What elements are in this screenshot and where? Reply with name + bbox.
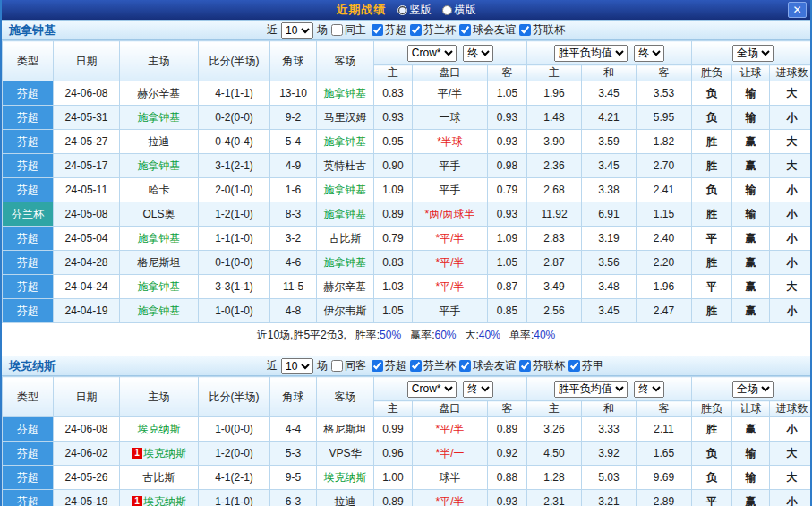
league-filter[interactable]: 芬超 <box>372 22 406 38</box>
result-cell: 胜 <box>692 299 732 323</box>
league-checkbox[interactable] <box>459 360 471 372</box>
league-checkbox[interactable] <box>519 24 531 36</box>
avg-away-cell: 2.41 <box>637 178 692 202</box>
league-checkbox[interactable] <box>568 360 580 372</box>
avg-away-cell: 9.69 <box>637 466 692 490</box>
league-filter[interactable]: 芬联杯 <box>519 358 565 373</box>
goals-result-cell: 小 <box>770 251 812 275</box>
away-odds-cell: 1.09 <box>488 227 527 251</box>
league-checkbox[interactable] <box>372 24 383 36</box>
handicap-cell: 球半 <box>413 466 488 490</box>
handicap-cell: *平/半 <box>413 417 488 442</box>
avg-select[interactable]: 胜平负均值 <box>554 45 628 62</box>
team-label: 马里汉姆 <box>324 111 367 124</box>
col-home: 主场 <box>120 41 199 81</box>
avg-select[interactable]: 胜平负均值 <box>554 381 628 398</box>
handicap-result-cell: 输 <box>732 466 770 490</box>
league-checkbox[interactable] <box>459 24 471 36</box>
goals-result-cell: 小 <box>770 299 812 323</box>
avg-home-cell: 2.56 <box>527 299 582 323</box>
avg-away-cell: 3.53 <box>637 81 692 106</box>
near-count-select[interactable]: 10 <box>281 22 313 39</box>
league-cell: 芬超 <box>3 251 54 275</box>
away-team-cell: 马里汉姆 <box>317 106 374 130</box>
away-team-cell: 格尼斯坦 <box>317 417 374 442</box>
same-venue-filter[interactable]: 同主 <box>331 22 366 38</box>
layout-option-horizontal[interactable]: 横版 <box>442 3 476 18</box>
goals-result-cell: 大 <box>770 81 812 106</box>
league-checkbox[interactable] <box>410 360 422 372</box>
col-avg-draw: 和 <box>582 401 637 417</box>
home-odds-cell: 0.83 <box>374 81 413 106</box>
league-filter[interactable]: 芬兰杯 <box>410 358 456 373</box>
league-checkbox[interactable] <box>519 360 531 372</box>
date-cell: 24-05-08 <box>54 202 120 227</box>
section-header: 施拿钟基 近 10 场 同主 芬超芬兰杯球会友谊芬联杯 <box>2 20 810 40</box>
league-cell: 芬超 <box>3 81 54 106</box>
league-filter[interactable]: 芬兰杯 <box>410 22 456 38</box>
league-filter[interactable]: 芬联杯 <box>519 22 565 38</box>
handicap-cell: 一球 <box>413 106 488 130</box>
col-avg-away: 客 <box>637 401 692 417</box>
col-away: 客场 <box>317 41 374 81</box>
col-winloss: 胜负 <box>692 65 732 81</box>
vertical-radio[interactable] <box>397 5 407 15</box>
score-cell: 1-1(1-0) <box>199 490 270 506</box>
fulltime-select[interactable]: 全场 <box>732 45 774 62</box>
away-odds-cell: 0.98 <box>488 154 527 178</box>
league-filters: 芬超芬兰杯球会友谊芬联杯 <box>370 22 565 38</box>
col-type: 类型 <box>3 41 54 81</box>
home-odds-cell: 0.96 <box>374 442 413 466</box>
league-checkbox[interactable] <box>372 360 383 372</box>
summary-stat-label: 大: <box>466 329 479 341</box>
odds-company-select[interactable]: Crow* <box>407 381 457 398</box>
col-handicap-result: 让球 <box>732 401 770 417</box>
goals-result-cell: 小 <box>770 178 812 202</box>
league-filter[interactable]: 芬甲 <box>568 358 603 373</box>
corners-cell: 4-6 <box>270 251 317 275</box>
avg-home-cell: 4.50 <box>527 442 582 466</box>
team-label: 施拿钟基 <box>138 304 181 317</box>
avg-away-cell: 1.65 <box>637 442 692 466</box>
league-label: 芬联杯 <box>533 358 565 373</box>
handicap-result-cell: 输 <box>732 442 770 466</box>
away-team-cell: 施拿钟基 <box>317 202 374 227</box>
odds-company-select[interactable]: Crow* <box>407 45 457 62</box>
odds-final-select[interactable]: 终 <box>463 381 493 398</box>
date-cell: 24-05-04 <box>54 227 120 251</box>
away-odds-cell: 1.05 <box>488 251 527 275</box>
league-cell: 芬超 <box>3 227 54 251</box>
away-team-cell: 施拿钟基 <box>317 251 374 275</box>
titlebar: 近期战绩 竖版 横版 ✕ <box>2 0 810 20</box>
team-label: 伊尔韦斯 <box>324 304 367 317</box>
corners-cell: 4-9 <box>270 154 317 178</box>
summary-prefix: 近10场,胜5平2负3, <box>257 328 346 343</box>
team-label: 哈卡 <box>149 184 170 196</box>
summary-stat: 大:40% <box>466 328 500 343</box>
handicap-cell: *平/半 <box>413 227 488 251</box>
league-filter[interactable]: 芬超 <box>372 358 406 373</box>
same-venue-checkbox[interactable] <box>331 24 343 36</box>
close-button[interactable]: ✕ <box>788 2 807 18</box>
layout-option-vertical[interactable]: 竖版 <box>397 3 432 18</box>
odds-final-select[interactable]: 终 <box>463 45 493 62</box>
home-team-cell: 施拿钟基 <box>120 275 199 299</box>
same-venue-filter[interactable]: 同客 <box>331 358 366 373</box>
team-label: 格尼斯坦 <box>138 256 181 269</box>
results-table: 类型 日期 主场 比分(半场) 角球 客场 Crow* 终 胜平负均值 终 <box>2 40 812 323</box>
home-team-cell: 施拿钟基 <box>120 227 199 251</box>
near-count-select[interactable]: 10 <box>281 358 313 374</box>
league-filter[interactable]: 球会友谊 <box>459 358 516 373</box>
team-label: 赫尔辛基 <box>324 280 367 293</box>
home-team-cell: 埃克纳斯 <box>120 417 199 442</box>
handicap-result-cell: 输 <box>732 106 770 130</box>
horizontal-radio[interactable] <box>442 5 452 15</box>
fulltime-select[interactable]: 全场 <box>732 381 774 398</box>
red-card-badge: 1 <box>132 496 142 506</box>
avg-final-select[interactable]: 终 <box>634 381 664 398</box>
avg-final-select[interactable]: 终 <box>634 45 664 62</box>
date-cell: 24-06-02 <box>54 442 120 466</box>
league-checkbox[interactable] <box>410 24 422 36</box>
league-filter[interactable]: 球会友谊 <box>459 22 516 38</box>
same-venue-checkbox[interactable] <box>331 360 343 372</box>
